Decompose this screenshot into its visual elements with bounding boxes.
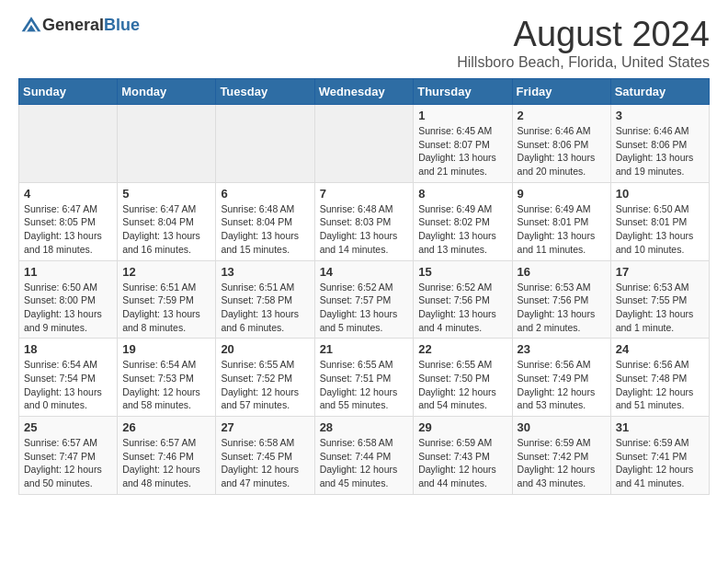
day-cell: 3Sunrise: 6:46 AMSunset: 8:06 PMDaylight… xyxy=(610,105,709,183)
day-cell: 31Sunrise: 6:59 AMSunset: 7:41 PMDayligh… xyxy=(610,417,709,495)
day-cell: 19Sunrise: 6:54 AMSunset: 7:53 PMDayligh… xyxy=(118,339,216,417)
day-cell: 24Sunrise: 6:56 AMSunset: 7:48 PMDayligh… xyxy=(610,339,709,417)
week-row-1: 1Sunrise: 6:45 AMSunset: 8:07 PMDaylight… xyxy=(19,105,710,183)
day-info: Sunrise: 6:47 AMSunset: 8:04 PMDaylight:… xyxy=(122,202,210,257)
day-info: Sunrise: 6:57 AMSunset: 7:46 PMDaylight:… xyxy=(122,436,210,490)
day-cell: 12Sunrise: 6:51 AMSunset: 7:59 PMDayligh… xyxy=(118,260,216,339)
logo-blue: Blue xyxy=(104,16,140,34)
week-row-3: 11Sunrise: 6:50 AMSunset: 8:00 PMDayligh… xyxy=(19,260,710,339)
day-info: Sunrise: 6:49 AMSunset: 8:02 PMDaylight:… xyxy=(418,202,506,257)
day-header-friday: Friday xyxy=(512,79,610,105)
logo-icon xyxy=(20,15,42,35)
day-info: Sunrise: 6:51 AMSunset: 7:59 PMDaylight:… xyxy=(122,281,210,335)
day-cell: 7Sunrise: 6:48 AMSunset: 8:03 PMDaylight… xyxy=(314,182,414,260)
week-row-4: 18Sunrise: 6:54 AMSunset: 7:54 PMDayligh… xyxy=(19,339,710,417)
day-number: 22 xyxy=(418,342,506,356)
day-number: 2 xyxy=(518,109,606,122)
day-number: 9 xyxy=(518,187,606,201)
day-cell: 29Sunrise: 6:59 AMSunset: 7:43 PMDayligh… xyxy=(414,417,512,495)
day-info: Sunrise: 6:50 AMSunset: 8:00 PMDaylight:… xyxy=(24,281,112,335)
day-info: Sunrise: 6:54 AMSunset: 7:54 PMDaylight:… xyxy=(24,358,112,412)
day-info: Sunrise: 6:59 AMSunset: 7:42 PMDaylight:… xyxy=(518,436,606,490)
calendar-body: 1Sunrise: 6:45 AMSunset: 8:07 PMDaylight… xyxy=(19,105,710,495)
day-info: Sunrise: 6:56 AMSunset: 7:48 PMDaylight:… xyxy=(616,358,704,412)
header-row: SundayMondayTuesdayWednesdayThursdayFrid… xyxy=(19,79,710,105)
logo: GeneralBlue xyxy=(18,15,140,35)
day-number: 20 xyxy=(221,342,309,356)
day-info: Sunrise: 6:57 AMSunset: 7:47 PMDaylight:… xyxy=(24,436,112,490)
day-cell: 10Sunrise: 6:50 AMSunset: 8:01 PMDayligh… xyxy=(610,182,709,260)
day-header-monday: Monday xyxy=(118,79,216,105)
day-cell: 23Sunrise: 6:56 AMSunset: 7:49 PMDayligh… xyxy=(512,339,610,417)
day-number: 23 xyxy=(518,342,606,356)
day-number: 14 xyxy=(320,265,409,279)
day-header-wednesday: Wednesday xyxy=(314,79,414,105)
day-info: Sunrise: 6:54 AMSunset: 7:53 PMDaylight:… xyxy=(122,358,210,412)
day-number: 28 xyxy=(320,420,409,434)
location-title: Hillsboro Beach, Florida, United States xyxy=(457,54,710,71)
day-number: 1 xyxy=(418,109,506,122)
day-number: 8 xyxy=(418,187,506,201)
day-number: 26 xyxy=(122,420,210,434)
day-cell: 22Sunrise: 6:55 AMSunset: 7:50 PMDayligh… xyxy=(414,339,512,417)
day-info: Sunrise: 6:50 AMSunset: 8:01 PMDaylight:… xyxy=(616,202,704,257)
day-info: Sunrise: 6:45 AMSunset: 8:07 PMDaylight:… xyxy=(418,124,506,178)
day-cell: 16Sunrise: 6:53 AMSunset: 7:56 PMDayligh… xyxy=(512,260,610,339)
day-cell: 13Sunrise: 6:51 AMSunset: 7:58 PMDayligh… xyxy=(216,260,314,339)
day-number: 31 xyxy=(616,420,704,434)
day-number: 30 xyxy=(518,420,606,434)
day-cell: 25Sunrise: 6:57 AMSunset: 7:47 PMDayligh… xyxy=(19,417,118,495)
month-title: August 2024 xyxy=(457,15,710,54)
day-cell: 20Sunrise: 6:55 AMSunset: 7:52 PMDayligh… xyxy=(216,339,314,417)
day-info: Sunrise: 6:55 AMSunset: 7:52 PMDaylight:… xyxy=(221,358,309,412)
day-info: Sunrise: 6:53 AMSunset: 7:55 PMDaylight:… xyxy=(616,281,704,335)
day-info: Sunrise: 6:52 AMSunset: 7:57 PMDaylight:… xyxy=(320,281,409,335)
day-header-saturday: Saturday xyxy=(610,79,709,105)
day-info: Sunrise: 6:52 AMSunset: 7:56 PMDaylight:… xyxy=(418,281,506,335)
day-header-sunday: Sunday xyxy=(19,79,118,105)
day-cell: 1Sunrise: 6:45 AMSunset: 8:07 PMDaylight… xyxy=(414,105,512,183)
day-number: 7 xyxy=(320,187,409,201)
day-number: 15 xyxy=(418,265,506,279)
day-info: Sunrise: 6:46 AMSunset: 8:06 PMDaylight:… xyxy=(616,124,704,178)
day-number: 3 xyxy=(616,109,704,122)
day-info: Sunrise: 6:58 AMSunset: 7:45 PMDaylight:… xyxy=(221,436,309,490)
day-number: 21 xyxy=(320,342,409,356)
day-number: 13 xyxy=(221,265,309,279)
day-cell: 14Sunrise: 6:52 AMSunset: 7:57 PMDayligh… xyxy=(314,260,414,339)
day-cell: 6Sunrise: 6:48 AMSunset: 8:04 PMDaylight… xyxy=(216,182,314,260)
day-cell: 11Sunrise: 6:50 AMSunset: 8:00 PMDayligh… xyxy=(19,260,118,339)
day-cell: 15Sunrise: 6:52 AMSunset: 7:56 PMDayligh… xyxy=(414,260,512,339)
day-info: Sunrise: 6:55 AMSunset: 7:50 PMDaylight:… xyxy=(418,358,506,412)
day-cell xyxy=(19,105,118,183)
day-info: Sunrise: 6:59 AMSunset: 7:43 PMDaylight:… xyxy=(418,436,506,490)
day-cell xyxy=(118,105,216,183)
day-number: 17 xyxy=(616,265,704,279)
day-cell: 21Sunrise: 6:55 AMSunset: 7:51 PMDayligh… xyxy=(314,339,414,417)
day-number: 10 xyxy=(616,187,704,201)
day-cell: 26Sunrise: 6:57 AMSunset: 7:46 PMDayligh… xyxy=(118,417,216,495)
day-number: 5 xyxy=(122,187,210,201)
day-info: Sunrise: 6:56 AMSunset: 7:49 PMDaylight:… xyxy=(518,358,606,412)
calendar-header: SundayMondayTuesdayWednesdayThursdayFrid… xyxy=(19,79,710,105)
day-cell: 9Sunrise: 6:49 AMSunset: 8:01 PMDaylight… xyxy=(512,182,610,260)
day-number: 6 xyxy=(221,187,309,201)
day-cell: 27Sunrise: 6:58 AMSunset: 7:45 PMDayligh… xyxy=(216,417,314,495)
day-number: 11 xyxy=(24,265,112,279)
day-header-thursday: Thursday xyxy=(414,79,512,105)
day-number: 16 xyxy=(518,265,606,279)
day-number: 4 xyxy=(24,187,112,201)
day-info: Sunrise: 6:59 AMSunset: 7:41 PMDaylight:… xyxy=(616,436,704,490)
day-info: Sunrise: 6:48 AMSunset: 8:03 PMDaylight:… xyxy=(320,202,409,257)
day-info: Sunrise: 6:55 AMSunset: 7:51 PMDaylight:… xyxy=(320,358,409,412)
day-info: Sunrise: 6:49 AMSunset: 8:01 PMDaylight:… xyxy=(518,202,606,257)
day-number: 24 xyxy=(616,342,704,356)
day-info: Sunrise: 6:48 AMSunset: 8:04 PMDaylight:… xyxy=(221,202,309,257)
week-row-2: 4Sunrise: 6:47 AMSunset: 8:05 PMDaylight… xyxy=(19,182,710,260)
logo-general: General xyxy=(42,16,104,34)
day-cell: 18Sunrise: 6:54 AMSunset: 7:54 PMDayligh… xyxy=(19,339,118,417)
day-number: 12 xyxy=(122,265,210,279)
day-number: 29 xyxy=(418,420,506,434)
day-number: 18 xyxy=(24,342,112,356)
day-info: Sunrise: 6:47 AMSunset: 8:05 PMDaylight:… xyxy=(24,202,112,257)
